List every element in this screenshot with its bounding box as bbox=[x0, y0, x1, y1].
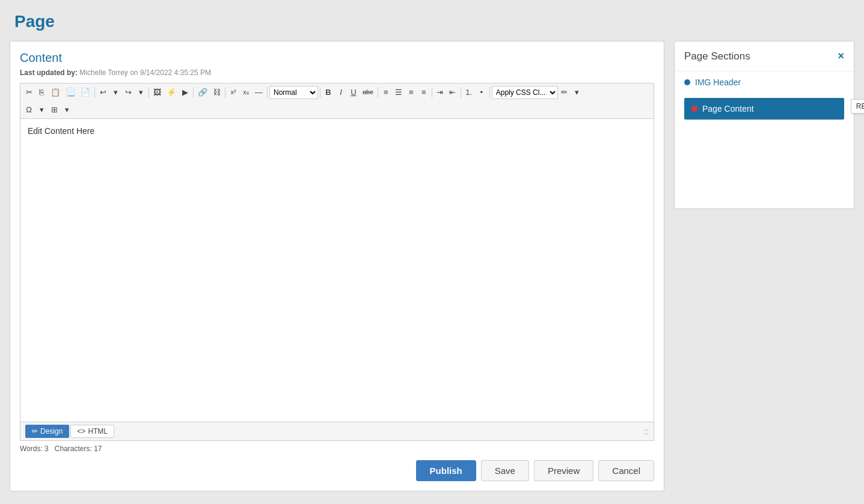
section-item-page-content[interactable]: Page Content bbox=[684, 98, 844, 120]
section-label-img-header: IMG Header bbox=[695, 77, 741, 87]
sep10 bbox=[489, 87, 490, 98]
cancel-button[interactable]: Cancel bbox=[598, 460, 654, 481]
undo-dropdown-btn[interactable]: ▾ bbox=[109, 86, 121, 99]
outdent-btn[interactable]: ⇤ bbox=[447, 86, 459, 99]
content-heading: Content bbox=[20, 51, 654, 65]
tab-design[interactable]: ✏ Design bbox=[25, 425, 69, 438]
sections-header: Page Sections × bbox=[675, 41, 854, 71]
source-dropdown-btn[interactable]: ▾ bbox=[571, 86, 583, 99]
indent-btn[interactable]: ⇥ bbox=[434, 86, 446, 99]
format-select[interactable]: Normal Heading 1 Heading 2 Heading 3 bbox=[269, 86, 318, 99]
page-title: Page bbox=[0, 0, 864, 41]
editor-area[interactable]: Edit Content Here bbox=[20, 118, 654, 422]
publish-button[interactable]: Publish bbox=[416, 460, 476, 481]
italic-btn[interactable]: I bbox=[335, 86, 347, 99]
superscript-btn[interactable]: x² bbox=[227, 87, 239, 98]
last-updated-value: Michelle Torrey on 9/14/2022 4:35:25 PM bbox=[79, 68, 211, 77]
section-item-img-header[interactable]: IMG Header bbox=[675, 71, 854, 93]
sep8 bbox=[432, 87, 432, 98]
sep5 bbox=[267, 87, 268, 98]
redo-btn[interactable]: ↪ bbox=[122, 86, 134, 99]
code-icon: <> bbox=[77, 427, 85, 436]
save-button[interactable]: Save bbox=[481, 460, 529, 481]
word-count-label: Words: 3 bbox=[20, 445, 49, 453]
redo-dropdown-btn[interactable]: ▾ bbox=[135, 86, 147, 99]
last-updated-label: Last updated by: bbox=[20, 68, 78, 77]
toolbar-row2: Ω ▾ ⊞ ▾ bbox=[20, 102, 654, 118]
paste-text-btn[interactable]: 📃 bbox=[63, 86, 78, 99]
resize-handle[interactable]: :: bbox=[644, 427, 649, 436]
table-dropdown-btn[interactable]: ▾ bbox=[61, 103, 73, 117]
link-btn[interactable]: 🔗 bbox=[195, 86, 210, 99]
undo-btn[interactable]: ↩ bbox=[97, 86, 109, 99]
align-justify-btn[interactable]: ≡ bbox=[418, 86, 430, 99]
strikethrough-btn[interactable]: abc bbox=[360, 87, 376, 98]
sep6 bbox=[320, 87, 320, 98]
subscript-btn[interactable]: x₂ bbox=[240, 87, 252, 98]
flash-btn[interactable]: ⚡ bbox=[164, 86, 179, 99]
sep4 bbox=[225, 87, 225, 98]
tab-html-label: HTML bbox=[88, 427, 108, 436]
sep9 bbox=[461, 87, 461, 98]
sep2 bbox=[149, 87, 149, 98]
sections-panel: Page Sections × IMG Header Page Content … bbox=[674, 41, 854, 209]
sep1 bbox=[94, 87, 95, 98]
editor-tabs: ✏ Design <> HTML bbox=[25, 425, 114, 438]
editor-footer: ✏ Design <> HTML :: bbox=[20, 422, 654, 441]
table-btn[interactable]: ⊞ bbox=[48, 103, 60, 117]
main-layout: Content Last updated by: Michelle Torrey… bbox=[0, 41, 864, 501]
action-buttons: Publish Save Preview Cancel bbox=[20, 460, 654, 481]
word-count: Words: 3 Characters: 17 bbox=[20, 445, 654, 453]
hr-btn[interactable]: — bbox=[253, 86, 265, 99]
image-btn[interactable]: 🖼 bbox=[151, 86, 164, 99]
align-left-btn[interactable]: ≡ bbox=[380, 86, 392, 99]
sections-title: Page Sections bbox=[684, 50, 750, 62]
section-label-page-content: Page Content bbox=[702, 104, 754, 114]
align-right-btn[interactable]: ≡ bbox=[405, 86, 417, 99]
unordered-list-btn[interactable]: • bbox=[476, 86, 488, 99]
char-count-label: Characters: 17 bbox=[55, 445, 102, 453]
close-sections-btn[interactable]: × bbox=[838, 50, 844, 62]
dot-img-header bbox=[684, 79, 690, 85]
last-updated: Last updated by: Michelle Torrey on 9/14… bbox=[20, 68, 654, 77]
paste-word-btn[interactable]: 📄 bbox=[78, 86, 93, 99]
media-btn[interactable]: ▶ bbox=[179, 86, 191, 99]
tab-html[interactable]: <> HTML bbox=[70, 425, 114, 438]
sep3 bbox=[193, 87, 194, 98]
paste-btn[interactable]: 📋 bbox=[48, 86, 63, 99]
dot-page-content bbox=[691, 106, 697, 112]
omega-dropdown-btn[interactable]: ▾ bbox=[35, 103, 47, 117]
content-panel: Content Last updated by: Michelle Torrey… bbox=[10, 41, 664, 491]
section-item-page-content-wrapper: Page Content RED : This is not yet publi… bbox=[675, 93, 854, 124]
toolbar-row1: ✂ ⎘ 📋 📃 📄 ↩ ▾ ↪ ▾ 🖼 ⚡ ▶ 🔗 ⛓ x² x₂ — Norm… bbox=[20, 83, 654, 102]
special-char-btn[interactable]: Ω bbox=[23, 103, 35, 117]
source-btn[interactable]: ✏ bbox=[559, 86, 571, 99]
ordered-list-btn[interactable]: 1. bbox=[463, 86, 475, 99]
css-class-select[interactable]: Apply CSS Cl.... bbox=[492, 86, 558, 99]
not-published-tooltip: RED : This is not yet published. bbox=[851, 99, 864, 114]
editor-content: Edit Content Here bbox=[28, 126, 94, 136]
underline-btn[interactable]: U bbox=[348, 86, 360, 99]
align-center-btn[interactable]: ☰ bbox=[393, 86, 405, 99]
cut-btn[interactable]: ✂ bbox=[23, 86, 35, 99]
bold-btn[interactable]: B bbox=[322, 86, 334, 99]
pencil-icon: ✏ bbox=[32, 427, 38, 436]
sep7 bbox=[378, 87, 378, 98]
preview-button[interactable]: Preview bbox=[534, 460, 593, 481]
tab-design-label: Design bbox=[40, 427, 63, 436]
copy-btn[interactable]: ⎘ bbox=[35, 86, 47, 99]
unlink-btn[interactable]: ⛓ bbox=[210, 86, 223, 99]
